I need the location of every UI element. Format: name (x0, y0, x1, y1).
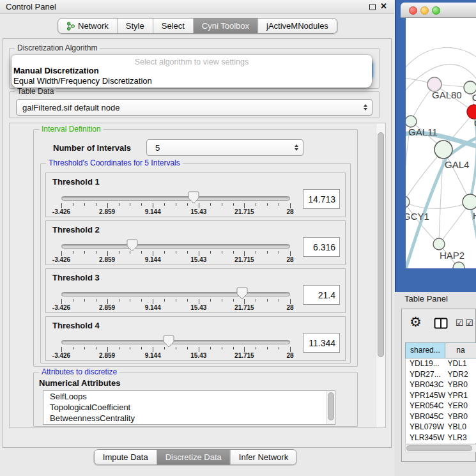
node-h[interactable] (463, 194, 476, 210)
tab-jactivemnodules[interactable]: jActiveMNodules (258, 19, 337, 33)
tab-cyni-toolbox[interactable]: Cyni Toolbox (194, 19, 258, 33)
threshold-value-field[interactable] (303, 189, 340, 209)
algorithm-dropdown-popup: Select algorithm to view settings Manual… (12, 55, 372, 88)
table-data-combobox[interactable]: galFiltered.sif default node (16, 99, 372, 116)
table-row[interactable]: YPR145WYPR1 (406, 390, 476, 401)
list-scrollbar[interactable] (326, 391, 335, 424)
list-item[interactable]: SelfLoops (43, 391, 335, 402)
table-cell[interactable]: YBR0 (446, 411, 476, 422)
threshold-value-field[interactable] (303, 333, 340, 353)
table-panel-toolbar: ⚙ ☑☑ (402, 309, 475, 341)
gear-icon[interactable]: ⚙ (410, 314, 422, 330)
scrollbar-thumb[interactable] (406, 445, 472, 451)
table-row[interactable]: YLR345WYLR3 (406, 433, 476, 443)
tab-style[interactable]: Style (118, 19, 153, 33)
threshold-3-box: Threshold 3 -3.4262.8599.14415.4321.7152… (45, 268, 346, 313)
combo-arrows-icon (364, 104, 367, 111)
slider-handle[interactable] (163, 335, 174, 348)
list-item[interactable]: TopologicalCoefficient (43, 402, 335, 413)
table-cell[interactable]: YDL1 (446, 358, 476, 369)
slider-handle[interactable] (236, 287, 248, 300)
dropdown-hint: Select algorithm to view settings (12, 58, 372, 66)
table-cell[interactable]: YPR1 (446, 390, 476, 401)
table-cell[interactable]: YDR2 (446, 369, 476, 380)
node-gcy1[interactable] (406, 196, 410, 208)
select-columns-icons[interactable]: ☑☑ (456, 318, 475, 328)
table-cell[interactable]: YDR27... (406, 369, 446, 380)
table-row[interactable]: YER054CYER0 (406, 401, 476, 411)
table-cell[interactable]: YBR045C (406, 411, 446, 422)
minimize-traffic-light-icon[interactable] (420, 6, 429, 15)
node-label: GAL4 (445, 159, 469, 170)
table-cell[interactable]: YLR345W (406, 433, 446, 443)
slider-track[interactable] (61, 340, 290, 344)
threshold-4-box: Threshold 4 -3.4262.8599.14415.4321.7152… (45, 316, 346, 361)
table-cell[interactable]: YER054C (406, 401, 446, 411)
threshold-label: Threshold 2 (52, 225, 100, 234)
node-hap2[interactable] (433, 238, 445, 250)
threshold-2-box: Threshold 2 -3.4262.8599.14415.4321.7152… (45, 220, 346, 265)
scrollbar-thumb[interactable] (378, 132, 384, 357)
network-window-titlebar[interactable] (401, 3, 476, 18)
node-gal11[interactable] (406, 116, 417, 127)
tab-select[interactable]: Select (153, 19, 194, 33)
node-label: HAP2 (440, 250, 464, 261)
slider-handle[interactable] (188, 191, 199, 204)
node-gal4[interactable] (434, 141, 452, 158)
table-cell[interactable]: YBR0 (446, 380, 476, 390)
table-row[interactable]: YIL052CYIL0 (406, 443, 476, 443)
maximize-traffic-light-icon[interactable] (432, 6, 440, 15)
vertical-scrollbar[interactable] (376, 123, 385, 427)
table-cell[interactable]: YPR145W (406, 390, 446, 401)
table-cell[interactable]: YBL0 (446, 422, 476, 433)
scrollbar-thumb[interactable] (328, 392, 334, 420)
slider-tick-labels: -3.4262.8599.14415.4321.71528 (61, 352, 290, 360)
float-window-icon[interactable] (369, 4, 376, 10)
dropdown-option-manual[interactable]: Manual Discretization (13, 66, 99, 75)
dropdown-option-equal-width[interactable]: Equal Width/Frequency Discretization (13, 76, 152, 86)
table-cell[interactable]: YLR3 (446, 433, 476, 443)
tab-infer-network[interactable]: Infer Network (231, 450, 296, 464)
table-row[interactable]: YBL079WYBL0 (406, 422, 476, 433)
column-header-shared-name[interactable]: shared... (406, 343, 445, 358)
tab-label: Cyni Toolbox (202, 21, 249, 31)
network-view-window[interactable]: GAL80 GA C GAL11 GAL4 GCY1 H HAP2 (395, 0, 476, 292)
node-attribute-table: shared... na YDL19...YDL1YDR27...YDR2YBR… (405, 342, 476, 443)
table-cell[interactable]: YIL0 (446, 443, 476, 443)
tab-label: Infer Network (239, 452, 288, 462)
table-cell[interactable]: YIL052C (406, 443, 446, 443)
table-row[interactable]: YDL19...YDL1 (406, 358, 476, 369)
split-table-icon[interactable] (434, 318, 448, 329)
close-icon[interactable]: ✕ (380, 1, 387, 11)
slider-handle[interactable] (127, 239, 138, 252)
network-canvas[interactable]: GAL80 GA C GAL11 GAL4 GCY1 H HAP2 (406, 18, 476, 268)
node-label: GAL80 (432, 89, 462, 100)
table-horizontal-scrollbar[interactable] (405, 444, 476, 452)
tab-network[interactable]: Network (58, 19, 118, 33)
table-row[interactable]: YBR045CYBR0 (406, 411, 476, 422)
tab-label: Network (78, 21, 109, 31)
table-cell[interactable]: YBR043C (406, 380, 446, 390)
node-selected-red[interactable] (467, 105, 476, 119)
table-row[interactable]: YDR27...YDR2 (406, 369, 476, 380)
threshold-value-field[interactable] (303, 237, 340, 257)
tab-impute-data[interactable]: Impute Data (95, 450, 157, 464)
slider-track[interactable] (61, 244, 290, 249)
table-cell[interactable]: YER0 (446, 401, 476, 411)
thresholds-group-label: Threshold's Coordinates for 5 Intervals (46, 158, 183, 167)
table-row[interactable]: YBR043CYBR0 (406, 380, 476, 390)
threshold-label: Threshold 1 (52, 177, 100, 187)
threshold-value-field[interactable] (303, 285, 340, 305)
column-header-name[interactable]: na (445, 343, 476, 358)
node-label: H (473, 210, 476, 221)
slider-track[interactable] (61, 196, 290, 201)
tab-discretize-data[interactable]: Discretize Data (157, 450, 231, 464)
number-of-intervals-combobox[interactable]: 5 (146, 139, 303, 156)
close-traffic-light-icon[interactable] (409, 6, 417, 15)
slider-track[interactable] (61, 292, 290, 296)
table-cell[interactable]: YBL079W (406, 422, 446, 433)
node-label: GAL11 (408, 127, 438, 137)
list-item[interactable]: BetweennessCentrality (43, 413, 335, 424)
threshold-label: Threshold 4 (52, 321, 100, 330)
table-cell[interactable]: YDL19... (406, 358, 446, 369)
